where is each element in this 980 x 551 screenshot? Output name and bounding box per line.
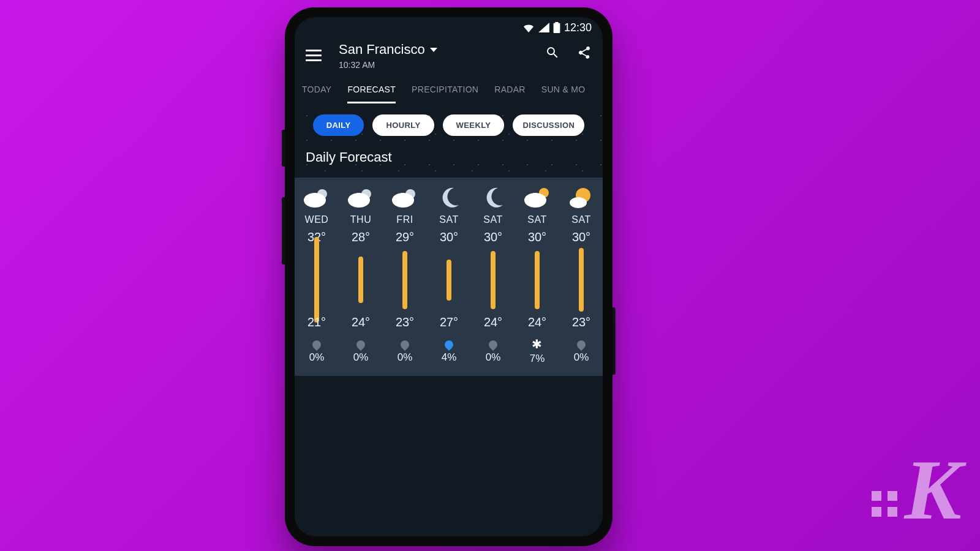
weather-icon <box>479 186 507 209</box>
svg-point-7 <box>392 193 414 208</box>
day-column[interactable]: FRI29°23°0% <box>383 186 427 365</box>
svg-point-11 <box>570 197 587 208</box>
day-column[interactable]: WED32°21°0% <box>295 186 339 365</box>
precip-percent: 4% <box>442 351 457 364</box>
brand-logo: K <box>872 447 962 533</box>
svg-point-3 <box>304 193 326 208</box>
day-name: SAT <box>439 214 458 225</box>
location-name: San Francisco <box>339 42 425 58</box>
precip-block: ✱7% <box>530 338 545 365</box>
low-temp: 24° <box>352 315 370 329</box>
high-temp: 28° <box>352 230 370 244</box>
temp-range-bar <box>358 249 363 310</box>
battery-icon <box>553 22 560 33</box>
precip-block: 4% <box>442 338 457 364</box>
share-icon[interactable] <box>577 45 592 60</box>
temp-range-bar <box>535 249 540 310</box>
day-name: THU <box>350 214 371 225</box>
svg-rect-1 <box>555 22 558 24</box>
weather-icon <box>567 186 595 209</box>
day-column[interactable]: SAT30°23°0% <box>559 186 603 365</box>
phone-side-button <box>612 307 616 375</box>
weather-icon <box>303 186 331 209</box>
weather-icon <box>523 186 551 209</box>
phone-volume-button <box>282 197 285 264</box>
raindrop-icon <box>577 338 586 349</box>
precip-percent: 0% <box>574 351 589 364</box>
temp-range-bar <box>579 249 584 310</box>
temp-range-bar <box>314 249 319 310</box>
day-name: WED <box>305 214 329 225</box>
svg-point-5 <box>348 193 370 208</box>
low-temp: 27° <box>440 315 458 329</box>
precip-percent: 0% <box>309 351 325 364</box>
section-title: Daily Forecast <box>302 149 595 165</box>
brand-letter: K <box>905 447 962 533</box>
raindrop-icon <box>489 338 497 349</box>
raindrop-icon <box>401 338 409 349</box>
precip-block: 0% <box>398 338 413 364</box>
precip-percent: 0% <box>486 351 501 364</box>
svg-rect-0 <box>554 23 560 33</box>
snowflake-icon: ✱ <box>532 338 542 350</box>
status-bar: 12:30 <box>295 17 603 38</box>
phone-frame: 12:30 San Francisco 10:32 AM TODAY FOREC… <box>285 7 612 546</box>
precip-percent: 7% <box>530 353 545 365</box>
tab-sun-moon[interactable]: SUN & MO <box>541 84 586 103</box>
high-temp: 29° <box>396 230 414 244</box>
day-name: SAT <box>527 214 546 225</box>
day-name: FRI <box>396 214 413 225</box>
weather-icon <box>435 186 463 209</box>
wifi-icon <box>522 23 535 32</box>
day-name: SAT <box>483 214 502 225</box>
app-bar: San Francisco 10:32 AM <box>295 38 603 76</box>
day-column[interactable]: SAT30°27°4% <box>427 186 471 365</box>
location-dropdown[interactable]: San Francisco <box>339 42 545 58</box>
tab-forecast[interactable]: FORECAST <box>347 84 396 103</box>
day-name: SAT <box>571 214 590 225</box>
day-column[interactable]: SAT30°24°0% <box>471 186 515 365</box>
temp-range-bar <box>491 249 496 310</box>
chip-hourly[interactable]: HOURLY <box>372 114 434 136</box>
high-temp: 30° <box>484 230 502 244</box>
raindrop-icon <box>445 338 453 349</box>
chip-discussion[interactable]: DISCUSSION <box>513 114 584 136</box>
weather-icon <box>391 186 419 209</box>
menu-button[interactable] <box>306 45 325 65</box>
low-temp: 24° <box>484 315 502 329</box>
precip-block: 0% <box>486 338 501 364</box>
chevron-down-icon <box>430 48 437 52</box>
status-time: 12:30 <box>564 21 592 34</box>
tab-precipitation[interactable]: PRECIPITATION <box>412 84 478 103</box>
high-temp: 30° <box>440 230 458 244</box>
tab-bar: TODAY FORECAST PRECIPITATION RADAR SUN &… <box>295 76 603 103</box>
tab-today[interactable]: TODAY <box>302 84 331 103</box>
day-column[interactable]: THU28°24°0% <box>339 186 383 365</box>
forecast-header-area: DAILY HOURLY WEEKLY DISCUSSION Daily For… <box>295 103 603 178</box>
high-temp: 30° <box>572 230 590 244</box>
precip-block: 0% <box>309 338 325 364</box>
signal-icon <box>538 23 549 32</box>
chip-weekly[interactable]: WEEKLY <box>443 114 505 136</box>
daily-forecast-grid[interactable]: WED32°21°0%THU28°24°0%FRI29°23°0%SAT30°2… <box>295 178 603 376</box>
raindrop-icon <box>356 338 365 349</box>
weather-icon <box>347 186 375 209</box>
low-temp: 24° <box>528 315 546 329</box>
temp-range-bar <box>402 249 407 310</box>
screen: 12:30 San Francisco 10:32 AM TODAY FOREC… <box>295 17 603 536</box>
low-temp: 21° <box>307 315 326 329</box>
high-temp: 30° <box>528 230 546 244</box>
local-time: 10:32 AM <box>339 60 545 70</box>
precip-percent: 0% <box>353 351 369 364</box>
precip-percent: 0% <box>398 351 413 364</box>
precip-block: 0% <box>353 338 369 364</box>
chip-row: DAILY HOURLY WEEKLY DISCUSSION <box>302 114 595 136</box>
low-temp: 23° <box>396 315 414 329</box>
svg-point-9 <box>524 193 546 208</box>
tab-radar[interactable]: RADAR <box>494 84 526 103</box>
low-temp: 23° <box>572 315 590 329</box>
search-icon[interactable] <box>545 45 560 60</box>
temp-range-bar <box>447 249 451 310</box>
day-column[interactable]: SAT30°24°✱7% <box>515 186 559 365</box>
chip-daily[interactable]: DAILY <box>313 114 364 136</box>
